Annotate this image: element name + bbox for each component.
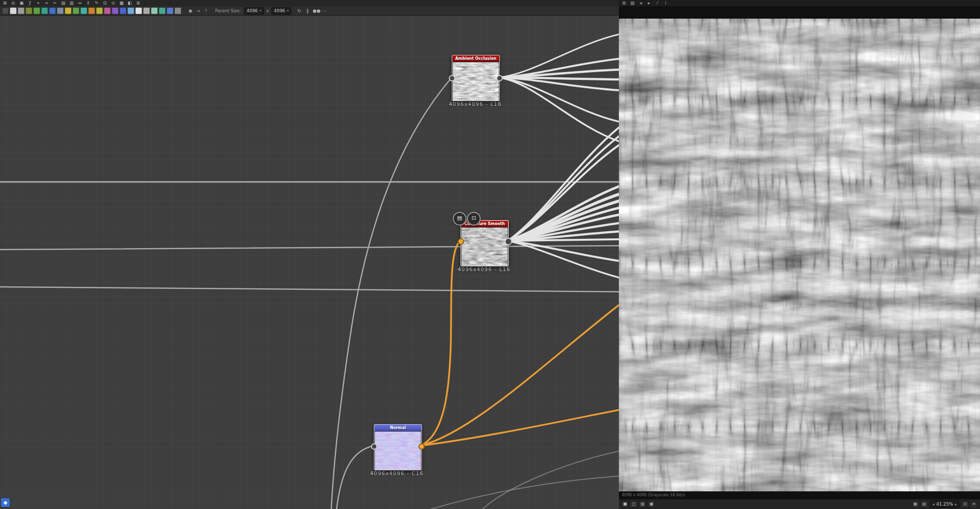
substance-designer-window: Ambient Occlusion 4096x4096 - L16 ▤ ⊡ Cu… — [0, 0, 980, 509]
node-shelf-tile[interactable] — [167, 7, 173, 14]
pin-2d-view-button[interactable]: ▤ — [453, 212, 466, 226]
pin-3d-view-button[interactable]: ⊡ — [467, 212, 481, 226]
pin-icon[interactable]: ⊙ — [110, 0, 116, 6]
frame-icon[interactable]: ⊡ — [102, 0, 108, 6]
expand-nodes-icon[interactable]: ▥ — [69, 0, 74, 6]
slash-icon[interactable]: ⁄ — [655, 0, 660, 6]
node-shelf-tile[interactable] — [2, 7, 9, 14]
node-normal[interactable]: Normal — [374, 424, 422, 470]
pointer-tool-icon[interactable]: ⊞ — [2, 0, 8, 6]
zoom-out-arrow[interactable]: ◂ — [932, 502, 934, 507]
bg-light-button[interactable]: □ — [630, 501, 637, 508]
output-connector[interactable] — [418, 443, 425, 450]
node-shelf-tile[interactable] — [57, 7, 64, 14]
camera-icon[interactable]: ▣ — [19, 0, 24, 6]
cut-link-icon[interactable]: ✂ — [52, 0, 58, 6]
node-curvature-smooth[interactable]: Curvature Smooth — [461, 220, 509, 266]
node-shelf-toolbar: ◉→! Parent Size: 4096 ▾ x 4096 ▾ ↻‖●●⋯ — [0, 6, 619, 16]
wire[interactable] — [483, 451, 619, 509]
node-shelf-tile[interactable] — [112, 7, 119, 14]
node-title-bar: Ambient Occlusion — [452, 55, 499, 62]
output-connector[interactable] — [496, 75, 503, 81]
relink-icon[interactable]: ↻ — [296, 7, 302, 15]
wire-orange[interactable] — [420, 410, 619, 446]
options-icon[interactable]: ≣ — [135, 0, 141, 6]
compact-material-icon[interactable]: ▤ — [60, 0, 66, 6]
node-shelf-tile[interactable] — [65, 7, 72, 14]
bg-custom-button[interactable]: ▣ — [648, 501, 655, 508]
save-image-icon[interactable]: ⊞ — [621, 0, 627, 6]
parent-width-select[interactable]: 4096 ▾ — [244, 7, 264, 15]
info-icon[interactable]: i — [663, 0, 668, 6]
2d-view-canvas[interactable] — [619, 6, 980, 499]
snap-grid-icon[interactable]: ▦ — [119, 0, 124, 6]
node-shelf-tile[interactable] — [159, 7, 166, 14]
history-back-icon[interactable]: ◂ — [638, 0, 643, 6]
wire[interactable] — [508, 241, 619, 261]
parent-height-select[interactable]: 4096 ▾ — [271, 7, 291, 15]
bg-checker-button[interactable]: ▨ — [639, 501, 646, 508]
wire[interactable] — [0, 287, 619, 292]
node-shelf-tile[interactable] — [25, 7, 32, 14]
input-connector[interactable] — [371, 443, 377, 450]
grayscale-thumbnail — [462, 228, 508, 266]
node-shelf-tile[interactable] — [88, 7, 95, 14]
node-thumbnail — [453, 62, 499, 101]
function-editor-icon[interactable]: ƒ — [27, 0, 33, 6]
node-shelf-tile[interactable] — [143, 7, 150, 14]
2d-view-statusbar: ■□▨▣ ▦▤ ◂ 41.25% ▸ ⊡≡ — [619, 499, 980, 509]
wire[interactable] — [431, 476, 619, 509]
node-shelf-tile[interactable] — [120, 7, 126, 14]
live-link-icon[interactable]: ●● — [313, 7, 319, 15]
zoom-control: ◂ 41.25% ▸ — [930, 500, 959, 508]
node-shelf-tile[interactable] — [73, 7, 79, 14]
more-options-icon[interactable]: ⋯ — [321, 7, 327, 15]
warning-icon[interactable]: ! — [203, 7, 209, 15]
bg-dark-button[interactable]: ■ — [621, 501, 629, 508]
node-thumbnail — [375, 431, 421, 470]
fit-view-icon[interactable]: ⊡ — [961, 501, 969, 508]
screenshot-icon[interactable]: ◎ — [10, 0, 16, 6]
node-shelf-tile[interactable] — [10, 7, 17, 14]
texture-preview[interactable] — [619, 19, 980, 491]
input-connector[interactable] — [458, 238, 464, 245]
grayscale-thumbnail — [453, 62, 499, 101]
chevron-down-icon: ▾ — [260, 9, 262, 13]
align-horizontal-icon[interactable]: ↔ — [77, 0, 83, 6]
comment-icon[interactable]: ✎ — [94, 0, 99, 6]
tiling-mode-icon[interactable]: ▦ — [912, 501, 919, 508]
pause-engine-icon[interactable]: ‖ — [304, 7, 311, 15]
jump-output-icon[interactable]: → — [195, 7, 201, 15]
node-ambient-occlusion[interactable]: Ambient Occlusion — [452, 55, 500, 101]
size-times-label: x — [267, 8, 269, 13]
node-shelf-tile[interactable] — [18, 7, 24, 14]
align-vertical-icon[interactable]: ↕ — [85, 0, 91, 6]
node-shelf-tile[interactable] — [174, 7, 181, 14]
copy-image-icon[interactable]: ▤ — [630, 0, 635, 6]
search-icon[interactable]: ⌖ — [35, 0, 41, 6]
link-tool-icon[interactable]: ∞ — [44, 0, 49, 6]
node-shelf-tile[interactable] — [104, 7, 111, 14]
split-view-icon[interactable]: ◧ — [127, 0, 133, 6]
node-shelf-tile[interactable] — [151, 7, 158, 14]
filter-visibility-icon[interactable]: ◉ — [187, 7, 194, 15]
node-shelf-tile[interactable] — [127, 7, 134, 14]
dependency-badge[interactable]: ◆ — [1, 498, 10, 507]
zoom-in-arrow[interactable]: ▸ — [955, 502, 957, 507]
wire[interactable] — [337, 446, 374, 509]
node-shelf-tile[interactable] — [41, 7, 48, 14]
input-connector[interactable] — [449, 75, 455, 81]
image-info-text: 4096 x 4096 (Grayscale 16 bits) — [622, 493, 685, 497]
node-shelf-tile[interactable] — [33, 7, 40, 14]
history-forward-icon[interactable]: ▸ — [646, 0, 652, 6]
wire[interactable] — [508, 201, 619, 241]
node-shelf-tile[interactable] — [135, 7, 142, 14]
node-shelf-tile[interactable] — [49, 7, 56, 14]
output-connector[interactable] — [505, 238, 512, 245]
view-options-icon[interactable]: ≡ — [970, 501, 978, 508]
node-shelf-tile[interactable] — [96, 7, 103, 14]
normal-map-thumbnail — [375, 432, 421, 470]
node-shelf-tile[interactable] — [80, 7, 87, 14]
wire[interactable] — [499, 77, 619, 141]
channel-select-icon[interactable]: ▤ — [921, 501, 928, 508]
